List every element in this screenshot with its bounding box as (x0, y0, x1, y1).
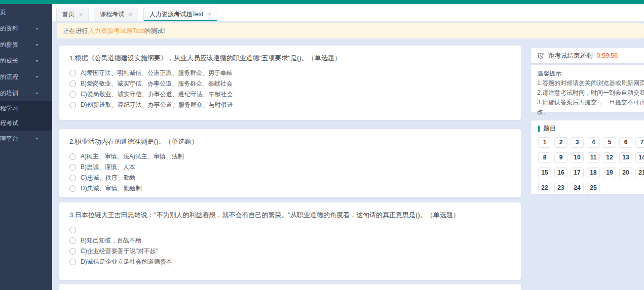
question-number-button[interactable]: 10 (571, 152, 584, 163)
chevron-up-icon: ▲ (35, 91, 39, 95)
tab-label: 首页 (62, 10, 74, 19)
question-number-button[interactable]: 25 (587, 183, 600, 193)
question-navigator-card: 题目 1 2 3 4 5 6 7 8 9 10 11 12 13 14 15 1… (531, 120, 644, 194)
option-row[interactable]: D)忠诚、审慎、勤勉制 (69, 183, 511, 194)
option-row[interactable]: B)忠诚、谨慎、人本 (69, 162, 511, 173)
sidebar-item-process[interactable]: 的流程 ▼ (0, 69, 52, 85)
radio-icon[interactable] (69, 70, 76, 76)
sidebar-item-label: 的流程 (0, 73, 18, 81)
tab-bar: 首页 × 课程考试 × 人力资源考试题Test × (52, 4, 644, 21)
chevron-down-icon: ▼ (35, 26, 39, 30)
tab-course-exam[interactable]: 课程考试 × (94, 8, 138, 21)
timer-value: 0:59:56 (597, 52, 618, 59)
radio-icon[interactable] (69, 102, 76, 108)
exam-notice-banner: 正在进行人力资源考试题Test的测试! (57, 23, 644, 38)
question-number-button[interactable]: 20 (619, 168, 632, 178)
radio-icon[interactable] (69, 80, 76, 87)
close-icon[interactable]: × (129, 11, 132, 18)
tip-line: 2.请注意考试时间，时间一到会自动交卷。 (537, 88, 644, 98)
question-number-button[interactable]: 11 (587, 152, 600, 163)
alarm-clock-icon (537, 52, 544, 59)
question-number-button[interactable]: 15 (538, 168, 551, 178)
radio-icon[interactable] (69, 248, 76, 255)
radio-icon[interactable] (69, 185, 76, 192)
question-number-button[interactable]: 4 (587, 137, 600, 148)
option-label: D)诚信是企业立足社会的道德资本 (81, 258, 172, 266)
close-icon[interactable]: × (79, 11, 83, 18)
question-card-1: 1.根据《公民道德建设实施纲要》，从业人员应该遵循的职业道德"五项要求"是()。… (59, 46, 521, 120)
chevron-down-icon: ▼ (35, 43, 39, 46)
sidebar-item-training[interactable]: 的培训 ▲ (0, 85, 52, 101)
radio-icon[interactable] (69, 227, 76, 233)
radio-icon[interactable] (69, 164, 76, 171)
question-number-button[interactable]: 23 (554, 183, 567, 193)
option-label: A)民主、审慎、法A)民主、审慎、法制 (81, 152, 184, 161)
option-row[interactable]: C)忠诚、秩序、勤勉 (69, 173, 511, 183)
question-number-button[interactable]: 2 (554, 137, 567, 148)
option-row[interactable]: A)爱国守法、明礼诚信、公道正派、服务群众、勇于奉献 (69, 68, 511, 78)
section-accent-bar (538, 126, 540, 132)
sidebar-item-profile[interactable]: 的资料 ▼ (0, 20, 52, 36)
question-number-button[interactable]: 1 (538, 137, 551, 148)
question-number-button[interactable]: 13 (619, 152, 632, 163)
radio-icon[interactable] (69, 259, 76, 265)
tab-hr-exam-test[interactable]: 人力资源考试题Test × (143, 8, 217, 21)
sidebar-item-home[interactable]: 页 (0, 4, 52, 20)
timer-label: 距考试结束还剩 (548, 52, 593, 60)
question-number-button[interactable]: 5 (603, 137, 616, 148)
question-title: 3.日本拉链大王吉田忠雄说："不为别人的利益着想，就不会有自己的繁荣。"从职业道… (69, 211, 511, 220)
option-row[interactable]: D)创新进取、遵纪守法、办事公道、服务群众、与时俱进 (69, 100, 511, 110)
radio-icon[interactable] (69, 175, 76, 181)
question-number-button[interactable]: 8 (538, 152, 551, 163)
option-row[interactable]: B)爱岗敬业、诚实守信、办事公道、服务群众、奉献社会 (69, 78, 511, 89)
question-card-2: 2.职业活动内在的道德准则是()。（单选题） A)民主、审慎、法A)民主、审慎、… (59, 129, 521, 197)
radio-icon[interactable] (69, 91, 76, 98)
close-icon[interactable]: × (208, 11, 211, 18)
sidebar-item-growth[interactable]: 的成长 ▼ (0, 53, 52, 69)
question-number-button[interactable]: 19 (603, 168, 616, 178)
tab-label: 人力资源考试题Test (149, 10, 203, 19)
question-card-3: 3.日本拉链大王吉田忠雄说："不为别人的利益着想，就不会有自己的繁荣。"从职业道… (59, 202, 521, 280)
question-number-grid: 1 2 3 4 5 6 7 8 9 10 11 12 13 14 15 16 1… (538, 137, 644, 193)
question-number-button[interactable]: 21 (635, 168, 644, 178)
question-navigator-header: 题目 (538, 125, 644, 133)
tab-home[interactable]: 首页 × (56, 8, 89, 21)
sidebar-item-admin-platform[interactable]: 理平台 ▼ (0, 131, 52, 147)
option-row[interactable] (69, 225, 511, 235)
question-number-button[interactable]: 22 (538, 183, 551, 193)
question-number-button[interactable]: 18 (587, 168, 600, 178)
option-row[interactable]: B)知己知彼，百战不殆 (69, 235, 511, 246)
exam-timer-card: 距考试结束还剩 0:59:56 (531, 48, 644, 63)
question-number-button[interactable]: 6 (619, 137, 632, 148)
option-label: D)忠诚、审慎、勤勉制 (81, 184, 142, 193)
question-card-4 (59, 284, 521, 290)
option-row[interactable]: A)民主、审慎、法A)民主、审慎、法制 (69, 151, 511, 162)
top-accent-bar (0, 0, 644, 4)
question-title: 2.职业活动内在的道德准则是()。（单选题） (69, 137, 511, 146)
tab-label: 课程考试 (100, 10, 124, 19)
sidebar-item-label: 理平台 (0, 135, 18, 143)
radio-icon[interactable] (69, 153, 76, 160)
sidebar-item-course-exam[interactable]: 程考试 (0, 116, 52, 131)
sidebar-submenu: 程学习 程考试 (0, 101, 52, 131)
sidebar-item-label: 的薪资 (0, 40, 18, 49)
question-number-button[interactable]: 24 (571, 183, 584, 193)
question-number-button[interactable]: 12 (603, 152, 616, 163)
question-number-button[interactable]: 7 (635, 137, 644, 148)
option-row[interactable]: C)爱岗敬业、诚实守信、办事公道、遵纪守法、奉献社会 (69, 89, 511, 100)
radio-icon[interactable] (69, 237, 76, 244)
option-label: C)企业经营要善于说"对不起" (81, 247, 158, 256)
question-number-button[interactable]: 3 (571, 137, 584, 148)
question-number-button[interactable]: 9 (554, 152, 567, 163)
question-number-button[interactable]: 14 (635, 152, 644, 163)
exam-tips-card: 温馨提示: 1.答题的时候请勿关闭浏览器或刷新网页。 2.请注意考试时间，时间一… (531, 65, 644, 112)
option-row[interactable]: D)诚信是企业立足社会的道德资本 (69, 257, 511, 267)
question-number-button[interactable]: 16 (554, 168, 567, 178)
sidebar-item-course-study[interactable]: 程学习 (0, 101, 52, 116)
sidebar-item-salary[interactable]: 的薪资 ▼ (0, 36, 52, 53)
option-row[interactable]: C)企业经营要善于说"对不起" (69, 246, 511, 257)
tip-line: 1.答题的时候请勿关闭浏览器或刷新网页。 (537, 78, 644, 88)
sidebar-item-label: 程考试 (0, 119, 18, 128)
question-number-button[interactable]: 17 (571, 168, 584, 178)
option-label: B)知己知彼，百战不殆 (81, 236, 141, 245)
